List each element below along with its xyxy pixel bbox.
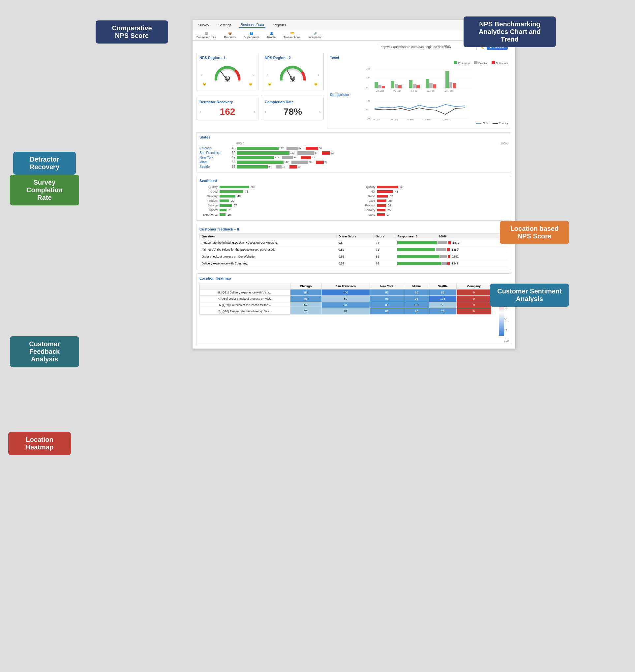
nav-settings[interactable]: Settings	[217, 22, 233, 28]
completion-next[interactable]: ›	[319, 109, 321, 114]
svg-text:30. Jan: 30. Jan	[390, 118, 398, 121]
feedback-header: Customer feedback – II ✏ ✕	[199, 227, 508, 232]
sentiment-left: Quality90 Good71 Delivery48 Product29 Se…	[199, 185, 350, 218]
heatmap-col-miami: Miami	[404, 283, 429, 289]
svg-text:NPS: NPS	[225, 81, 230, 82]
dc-row: Detractor Recovery ‹ 162 › Completion R	[197, 97, 324, 120]
heatmap-section: Location Heatmap Chicago San Francisco N…	[197, 273, 511, 345]
trend-title: Trend	[330, 56, 508, 59]
nps1-gauge: 53 NPS 😐😊	[203, 64, 253, 86]
heatmap-col-ny: New York	[370, 283, 404, 289]
svg-text:30. Jan: 30. Jan	[393, 90, 401, 92]
svg-text:23. Jan: 23. Jan	[376, 90, 384, 92]
sentiment-right: Quality63 Net48 Good32 Card28 Product27 …	[357, 185, 508, 218]
trend-legend: Promoters Passive Detractors	[330, 61, 508, 65]
heatmap-row-4: 5. [Q28] Please rate the following: Des.…	[200, 308, 491, 315]
gauge2-svg: 60 NPS	[278, 64, 308, 82]
svg-rect-25	[433, 84, 436, 88]
annotation-customer-feedback: Customer Feedback Analysis	[10, 336, 79, 367]
icon-supervisors[interactable]: 👥 Supervisors	[244, 32, 260, 39]
nav-business-data[interactable]: Business Data	[239, 22, 265, 28]
col-driver-score: Driver Score	[336, 234, 374, 239]
svg-rect-26	[445, 71, 449, 88]
icon-profile[interactable]: 👤 Profile	[267, 32, 276, 39]
heatmap-col-sf: San Francisco	[322, 283, 370, 289]
icon-business-units[interactable]: 🏢 Business Units	[197, 32, 216, 39]
svg-text:200: 200	[366, 77, 370, 80]
svg-rect-28	[453, 83, 456, 88]
svg-text:20. Feb: 20. Feb	[445, 90, 453, 92]
svg-rect-18	[395, 84, 398, 88]
heatmap-col-label	[200, 283, 290, 289]
svg-rect-20	[409, 80, 413, 88]
nps1-next-arrow[interactable]: ›	[252, 72, 254, 78]
completion-panel: Completion Rate ‹ 78% ›	[262, 97, 324, 120]
dashboard-panel: Survey Settings Business Data Reports 🏢 …	[192, 20, 515, 349]
svg-text:6. Feb: 6. Feb	[411, 90, 417, 92]
url-input[interactable]	[378, 44, 477, 50]
feedback-row-1: Please rate the following:Design Process…	[200, 239, 508, 246]
feedback-table: Question Driver Score Score Responses 0 …	[199, 234, 508, 267]
heatmap-table: Chicago San Francisco New York Miami Sea…	[199, 283, 491, 315]
comparison-title: Comparison	[330, 93, 508, 96]
svg-text:-100: -100	[366, 117, 371, 120]
svg-rect-27	[449, 82, 452, 88]
col-question: Question	[200, 234, 336, 239]
detractor-value: 162	[201, 107, 254, 117]
svg-text:23. Jan: 23. Jan	[372, 118, 380, 121]
nav-reports[interactable]: Reports	[272, 22, 287, 28]
nps2-gauge: 60 NPS 😐😊	[268, 64, 318, 86]
heatmap-col-company: Company	[457, 283, 491, 289]
sentiment-section: Sentiment Quality90 Good71 Delivery48 Pr…	[197, 176, 511, 221]
heatmap-row-2: 7. [Q30] Order checkout process on Vist.…	[200, 296, 491, 302]
states-section: States NPS 0 100% Chicago 45 127 34 3	[197, 132, 511, 172]
heatmap-col-chicago: Chicago	[290, 283, 322, 289]
svg-text:400: 400	[366, 68, 370, 70]
heatmap-row-1: 8. [Q31] Delivery experience with Vista.…	[200, 289, 491, 296]
detractor-title: Detractor Recovery	[199, 100, 256, 104]
trend-panel: Trend Promoters Passive Detractors 400 2…	[327, 53, 511, 129]
completion-title: Completion Rate	[265, 100, 321, 104]
col-responses: Responses 0 100%	[395, 234, 508, 239]
nps-panel-2: NPS Region - 2 ‹	[262, 53, 324, 90]
svg-text:0: 0	[366, 108, 368, 111]
heatmap-row-3: 6. [Q29] Fairness of the Prices for the.…	[200, 302, 491, 308]
svg-rect-19	[398, 85, 401, 88]
state-row-newyork: New York 47 113 33 32	[199, 156, 508, 159]
feedback-row-2: Fairness of the Prices for the product(s…	[200, 246, 508, 253]
state-row-sanfrancisco: San Francisco 60 183 67 33	[199, 151, 508, 155]
svg-text:6. Feb: 6. Feb	[408, 118, 414, 121]
heatmap-col-seattle: Seattle	[429, 283, 456, 289]
svg-text:60: 60	[290, 75, 295, 81]
icon-transactions[interactable]: 💳 Transactions	[284, 32, 300, 39]
icon-products[interactable]: 📦 Products	[224, 32, 236, 39]
svg-text:100: 100	[366, 100, 370, 102]
nps-region2-title: NPS Region - 2	[265, 56, 321, 60]
detractor-next[interactable]: ›	[254, 109, 256, 114]
comparison-chart-svg: 100 0 -100 23. Jan 30. Jan	[330, 98, 508, 121]
dashboard-content: ✏️ ● Preview NPS Region - 1 ‹	[193, 41, 515, 349]
nav-survey[interactable]: Survey	[197, 22, 210, 28]
feedback-title: Customer feedback – II	[199, 227, 239, 231]
feedback-row-3: Order checkout process on Our Website. 0…	[200, 253, 508, 260]
svg-rect-21	[413, 84, 416, 88]
states-title: States	[199, 135, 508, 139]
annotation-survey-completion: Survey Completion Rate	[10, 175, 79, 205]
svg-text:13. Feb: 13. Feb	[423, 118, 431, 121]
svg-text:NPS: NPS	[290, 81, 295, 82]
annotation-detractor-recovery: Detractor Recovery	[13, 152, 76, 175]
feedback-section: Customer feedback – II ✏ ✕ Question Driv…	[197, 224, 511, 270]
svg-rect-17	[391, 81, 394, 88]
annotation-nps-benchmarking: NPS Benchmarking Analytics Chart and Tre…	[463, 17, 556, 47]
trend-chart-svg: 400 200 0	[330, 66, 508, 92]
svg-rect-22	[416, 85, 420, 88]
nps-region1-title: NPS Region - 1	[199, 56, 256, 60]
svg-text:20. Feb: 20. Feb	[441, 118, 450, 121]
annotation-comparative-nps: Comparative NPS Score	[95, 20, 168, 44]
state-row-chicago: Chicago 45 127 34 38	[199, 146, 508, 150]
annotation-customer-sentiment: Customer Sentiment Analysis	[490, 284, 569, 307]
icon-integration[interactable]: 🔗 Integration	[308, 32, 323, 39]
svg-text:13. Feb: 13. Feb	[426, 90, 435, 92]
nps2-next-arrow[interactable]: ›	[318, 72, 319, 78]
svg-text:0: 0	[366, 86, 368, 89]
